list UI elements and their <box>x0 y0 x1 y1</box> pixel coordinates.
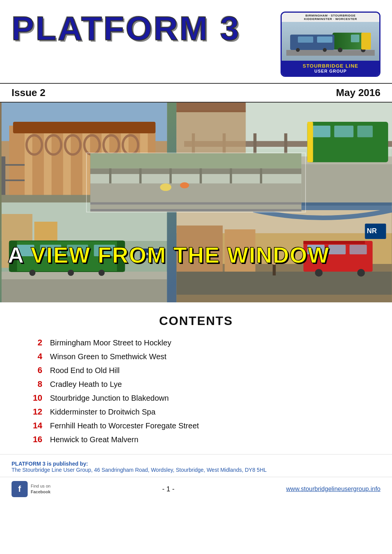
svg-rect-44 <box>311 126 331 137</box>
logo-bottom: STOURBRIDGE LINE USER GROUP <box>282 61 379 76</box>
collage-main: VIEW FROM THE WINDOW <box>31 242 330 267</box>
svg-text:NR: NR <box>367 227 377 235</box>
svg-rect-47 <box>307 122 313 162</box>
svg-rect-45 <box>334 126 354 137</box>
facebook-label: Facebook <box>31 489 50 495</box>
list-item: 6Rood End to Old Hill <box>23 363 369 377</box>
photo-platform-overview <box>86 153 306 212</box>
list-item: 10Stourbridge Junction to Blakedown <box>23 391 369 405</box>
list-item: 12Kidderminster to Droitwich Spa <box>23 405 369 419</box>
svg-point-5 <box>338 48 342 52</box>
svg-rect-71 <box>2 279 167 302</box>
svg-rect-58 <box>169 168 172 183</box>
svg-rect-32 <box>2 164 25 166</box>
logo-train-area <box>282 22 379 61</box>
list-item: 16Henwick to Great Malvern <box>23 433 369 446</box>
issue-number: Issue 2 <box>12 87 45 99</box>
svg-point-82 <box>98 270 105 276</box>
svg-point-99 <box>357 269 365 277</box>
svg-rect-10 <box>298 36 313 43</box>
contents-section: CONTENTS 2Birmingham Moor Street to Hock… <box>0 302 392 454</box>
svg-rect-31 <box>2 156 5 195</box>
issue-date: May 2016 <box>336 87 380 99</box>
contents-item-num: 16 <box>23 435 42 445</box>
svg-rect-9 <box>317 36 332 43</box>
svg-point-80 <box>29 270 35 276</box>
svg-rect-61 <box>260 168 262 183</box>
contents-heading: CONTENTS <box>23 314 369 328</box>
page-number: - 1 - <box>162 485 174 493</box>
train-logo-svg <box>286 27 375 56</box>
stourbridge-logo: BIRMINGHAM · STOURBRIDGE KIDDERMINSTER ·… <box>281 12 380 77</box>
bottom-bar: f Find us on Facebook - 1 - www.stourbri… <box>0 477 392 501</box>
website-link[interactable]: www.stourbridgelineusergroup.info <box>286 486 380 493</box>
svg-rect-7 <box>361 33 371 50</box>
list-item: 8Cradley Heath to Lye <box>23 377 369 391</box>
svg-rect-33 <box>2 179 25 181</box>
contents-item-text: Winson Green to Smethwick West <box>50 352 166 361</box>
svg-rect-59 <box>200 168 202 183</box>
facebook-text: Find us on Facebook <box>31 483 50 495</box>
list-item: 2Birmingham Moor Street to Hockley <box>23 336 369 350</box>
svg-rect-55 <box>90 153 301 168</box>
contents-item-num: 2 <box>23 338 42 348</box>
publisher-line1: PLATFORM 3 is published by: <box>12 461 380 467</box>
contents-item-text: Stourbridge Junction to Blakedown <box>50 394 169 403</box>
logo-line1: STOURBRIDGE LINE <box>283 63 378 69</box>
collage-a: A <box>8 242 31 267</box>
svg-rect-56 <box>109 168 111 183</box>
svg-rect-46 <box>357 126 373 137</box>
svg-point-62 <box>160 183 171 191</box>
svg-point-12 <box>323 48 327 52</box>
contents-item-num: 6 <box>23 365 42 375</box>
contents-item-num: 10 <box>23 393 42 403</box>
find-us-text: Find us on <box>31 483 50 489</box>
svg-rect-70 <box>2 272 167 279</box>
facebook-block: f Find us on Facebook <box>12 481 50 497</box>
svg-point-11 <box>296 48 300 52</box>
svg-rect-54 <box>90 168 301 174</box>
collage-title-text: A VIEW FROM THE WINDOW <box>8 242 330 267</box>
facebook-icon[interactable]: f <box>12 481 28 497</box>
svg-rect-65 <box>90 209 301 211</box>
svg-rect-57 <box>140 168 142 183</box>
issue-bar: Issue 2 May 2016 <box>0 83 392 103</box>
list-item: 4Winson Green to Smethwick West <box>23 350 369 363</box>
photo-collage: Platform <box>0 103 392 302</box>
logo-line2: USER GROUP <box>283 69 378 73</box>
svg-point-98 <box>315 269 323 277</box>
svg-rect-53 <box>90 183 301 212</box>
svg-rect-4 <box>351 35 359 42</box>
contents-item-text: Kidderminster to Droitwich Spa <box>50 408 156 416</box>
svg-point-81 <box>68 270 74 276</box>
contents-item-num: 8 <box>23 379 42 389</box>
svg-point-63 <box>180 182 189 189</box>
contents-list: 2Birmingham Moor Street to Hockley4Winso… <box>23 336 369 446</box>
publisher-line2: The Stourbridge Line User Group, 46 Sand… <box>12 467 380 473</box>
contents-item-num: 4 <box>23 352 42 362</box>
header: PLATFORM 3 BIRMINGHAM · STOURBRIDGE KIDD… <box>0 0 392 77</box>
platform-overview-svg <box>87 153 305 212</box>
contents-item-text: Fernhill Heath to Worcester Foregate Str… <box>50 421 199 430</box>
contents-item-num: 14 <box>23 421 42 431</box>
contents-item-num: 12 <box>23 407 42 417</box>
logo-top-text: BIRMINGHAM · STOURBRIDGE KIDDERMINSTER ·… <box>282 13 379 22</box>
svg-rect-60 <box>230 168 232 183</box>
publisher-block: PLATFORM 3 is published by: The Stourbri… <box>0 454 392 477</box>
contents-item-text: Henwick to Great Malvern <box>50 435 138 444</box>
contents-item-text: Birmingham Moor Street to Hockley <box>50 338 171 347</box>
collage-title: A VIEW FROM THE WINDOW <box>0 244 392 266</box>
svg-rect-16 <box>13 122 156 133</box>
contents-item-text: Cradley Heath to Lye <box>50 380 122 389</box>
svg-rect-51 <box>176 103 246 112</box>
svg-rect-64 <box>90 202 301 204</box>
list-item: 14Fernhill Heath to Worcester Foregate S… <box>23 419 369 433</box>
magazine-title: PLATFORM 3 <box>12 12 281 45</box>
svg-rect-50 <box>176 110 246 156</box>
contents-item-text: Rood End to Old Hill <box>50 366 120 375</box>
title-block: PLATFORM 3 <box>12 12 281 45</box>
